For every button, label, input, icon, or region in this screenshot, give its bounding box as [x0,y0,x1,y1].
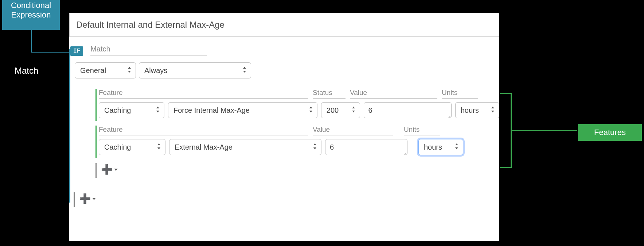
dropdown-caret-icon [92,198,96,200]
select-value: hours [461,106,479,114]
updown-icon [156,107,161,114]
col-label-value: Value [313,126,393,135]
feature-value-input[interactable]: 6 [364,102,452,118]
callout-text: Conditional [2,1,60,10]
features-bracket [500,93,512,168]
match-condition-select[interactable]: Always [139,62,251,78]
feature-block: Feature Status Value Units Caching Force… [97,89,499,118]
rule-editor-panel: Default Internal and External Max-Age IF… [69,13,499,241]
feature-units-select[interactable]: hours [455,102,499,118]
plus-icon: ➕ [79,193,91,204]
feature-units-select[interactable]: hours [418,139,463,155]
dropdown-caret-icon [114,169,118,171]
callout-conditional-expression: Conditional Expression [2,0,60,30]
callout-match-label: Match [15,66,62,76]
connector-line [512,130,577,131]
plus-icon: ➕ [101,164,113,175]
rule-title-input[interactable]: Default Internal and External Max-Age [69,13,499,37]
connector-line [46,71,71,72]
feature-name-select[interactable]: External Max-Age [169,139,321,155]
select-value: 200 [327,106,339,114]
conditional-rail [69,49,70,203]
updown-icon [491,107,496,114]
updown-icon [309,107,314,114]
rule-title-text: Default Internal and External Max-Age [76,20,225,30]
connector-line [31,30,32,52]
select-value: Caching [104,143,131,151]
select-value: Force Internal Max-Age [173,106,250,114]
match-row: General Always [75,62,499,78]
feature-value-input[interactable]: 6 [325,139,407,155]
resize-handle-icon [447,114,450,117]
select-value: Caching [104,106,131,114]
callout-features: Features [578,124,642,141]
col-label-value: Value [350,89,437,99]
feature-category-select[interactable]: Caching [99,102,164,118]
select-value: hours [424,143,442,151]
updown-icon [313,143,318,151]
col-label-feature: Feature [99,89,308,99]
add-rail [74,192,75,207]
select-value: External Max-Age [175,143,233,151]
callout-text: Expression [2,10,60,20]
match-category-select[interactable]: General [75,62,136,78]
feature-rail [95,126,97,158]
feature-status-select[interactable]: 200 [321,102,360,118]
add-rail [95,163,97,178]
updown-icon [157,143,162,151]
match-condition-value: Always [144,66,167,74]
add-feature-button[interactable]: ➕ [99,163,120,176]
if-badge: IF [70,46,83,56]
updown-icon [128,67,133,74]
col-label-units: Units [404,126,440,135]
col-label-feature: Feature [99,126,308,135]
if-header-row: IF Match [69,45,499,56]
match-category-value: General [80,66,106,74]
resize-handle-icon [403,150,406,154]
col-label-units: Units [442,89,478,99]
feature-block: Feature Value Units Caching External Max… [97,126,499,155]
add-condition-button[interactable]: ➕ [77,192,98,205]
col-label-status: Status [313,89,346,99]
feature-name-select[interactable]: Force Internal Max-Age [168,102,317,118]
match-section-label: Match [90,45,207,56]
updown-icon [352,107,357,114]
connector-line [31,52,70,53]
updown-icon [455,143,460,151]
updown-icon [243,67,248,74]
feature-category-select[interactable]: Caching [99,139,165,155]
input-value: 6 [330,143,334,151]
input-value: 6 [368,106,372,114]
feature-rail [95,89,97,121]
